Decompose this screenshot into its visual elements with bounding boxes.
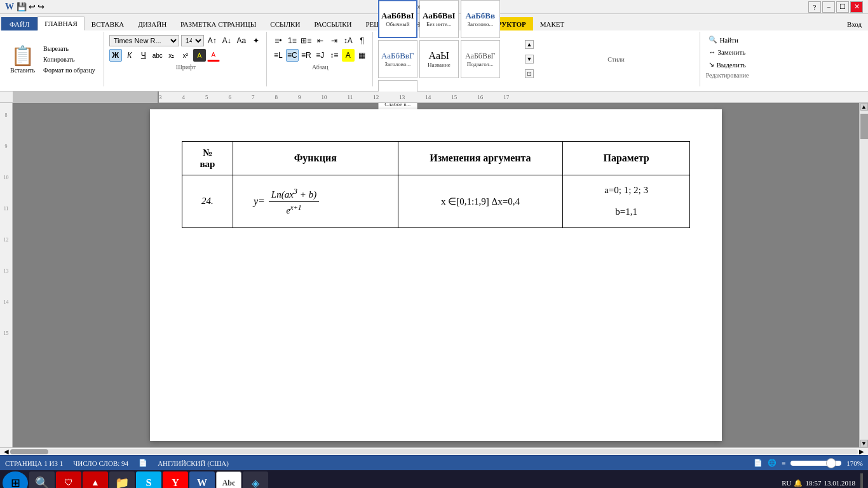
styles-group: АаБбВвI Обычный АаБбВвI Без инте... АаБб… [374, 32, 701, 86]
copy-button[interactable]: Копировать [40, 55, 98, 64]
restore-button[interactable]: ☐ [836, 1, 849, 13]
zoom-slider[interactable] [790, 461, 841, 466]
styles-scroll-down[interactable]: ▼ [525, 55, 534, 64]
taskbar-skype[interactable]: S [136, 471, 161, 488]
tab-maket[interactable]: МАКЕТ [533, 17, 572, 30]
minimize-button[interactable]: − [822, 1, 835, 13]
styles-scroll-up[interactable]: ▲ [525, 40, 534, 49]
replace-button[interactable]: ↔ Заменить [705, 47, 749, 57]
document-canvas[interactable]: № вар Функция Изменения аргумента Параме… [13, 103, 859, 447]
scroll-left-button[interactable]: ◀ [3, 448, 10, 455]
signin-button[interactable]: Вход [841, 18, 868, 30]
scroll-thumb-h[interactable] [10, 449, 48, 454]
style-heading1[interactable]: АаБбВв Заголово... [461, 0, 500, 38]
taskbar-abbyy[interactable]: Abc [216, 471, 241, 488]
taskbar-word[interactable]: W [189, 471, 215, 488]
superscript-button[interactable]: x² [179, 49, 192, 62]
taskbar-app10[interactable]: ◈ [243, 471, 268, 488]
borders-button[interactable]: ▦ [356, 49, 369, 62]
help-button[interactable]: ? [808, 1, 821, 13]
show-desktop-button[interactable] [860, 473, 863, 488]
zoom-level: 170% [846, 459, 863, 467]
align-center-button[interactable]: ≡C [286, 49, 299, 62]
clear-format-button[interactable]: ✦ [250, 34, 262, 47]
notification-area: 🔔 [794, 479, 803, 487]
taskbar-yandex[interactable]: Y [163, 471, 188, 488]
line-spacing-button[interactable]: ↕≡ [328, 49, 341, 62]
tab-layout[interactable]: РАЗМЕТКА СТРАНИЦЫ [173, 17, 263, 30]
style-subtitle[interactable]: АаБбВвГ Подзагол... [461, 40, 500, 78]
param-line2: b=1,1 [571, 207, 682, 217]
font-color-button[interactable]: A [207, 49, 220, 62]
clipboard-group: 📋 Вставить Вырезать Копировать Формат по… [3, 32, 104, 86]
increase-size-button[interactable]: A↑ [206, 34, 219, 47]
bullets-button[interactable]: ≡• [272, 34, 285, 47]
scroll-up-button[interactable]: ▲ [860, 103, 868, 111]
numbering-button[interactable]: 1≡ [286, 34, 299, 47]
italic-button[interactable]: К [123, 49, 136, 62]
scroll-down-button[interactable]: ▼ [860, 440, 868, 447]
start-button[interactable]: ⊞ [3, 471, 28, 488]
taskbar-antivirus[interactable]: 🛡 [56, 471, 81, 488]
case-button[interactable]: Aa [235, 34, 248, 47]
paste-button[interactable]: 📋 Вставить [8, 42, 37, 76]
replace-label: Заменить [717, 48, 745, 56]
tab-design[interactable]: ДИЗАЙН [131, 17, 173, 30]
view-web-icon[interactable]: 🌐 [768, 459, 776, 467]
strikethrough-button[interactable]: abc [151, 49, 164, 62]
decrease-indent-button[interactable]: ⇤ [314, 34, 327, 47]
clipboard-small-buttons: Вырезать Копировать Формат по образцу [40, 44, 98, 75]
paragraph-group-label: Абзац [272, 64, 369, 71]
style-heading2[interactable]: АаБбВвГ Заголово... [378, 40, 417, 78]
font-family-select[interactable]: Times New R... [109, 35, 179, 46]
table-header-row: № вар Функция Изменения аргумента Параме… [182, 142, 690, 175]
styles-expand[interactable]: ⊡ [525, 69, 534, 78]
find-button[interactable]: 🔍 Найти [705, 34, 749, 45]
view-outline-icon[interactable]: ≡ [782, 459, 785, 467]
sort-button[interactable]: ↕A [342, 34, 355, 47]
view-print-icon[interactable]: 📄 [754, 459, 763, 467]
format-painter-button[interactable]: Формат по образцу [40, 65, 98, 75]
style-normal[interactable]: АаБбВвI Обычный [378, 0, 417, 38]
font-size-select[interactable]: 14 [181, 35, 204, 46]
style-no-spacing[interactable]: АаБбВвI Без инте... [419, 0, 459, 38]
scroll-right-button[interactable]: ▶ [858, 448, 865, 455]
font-row1: Times New R... 14 A↑ A↓ Aa ✦ [109, 34, 262, 47]
select-label: Выделить [716, 61, 745, 69]
row-number: 24. [182, 175, 233, 228]
tab-insert[interactable]: ВСТАВКА [85, 17, 131, 30]
select-button[interactable]: ↘ Выделить [705, 59, 749, 70]
taskbar-search[interactable]: 🔍 [29, 471, 55, 488]
increase-indent-button[interactable]: ⇥ [328, 34, 341, 47]
align-left-button[interactable]: ≡L [272, 49, 285, 62]
undo-icon[interactable]: ↩ [29, 2, 36, 12]
bold-button[interactable]: Ж [109, 49, 122, 62]
close-button[interactable]: ✕ [850, 1, 863, 13]
taskbar-filemanager[interactable]: 📁 [109, 471, 135, 488]
vertical-scrollbar[interactable]: ▲ ▼ [859, 103, 868, 447]
scroll-thumb[interactable] [860, 114, 868, 139]
show-marks-button[interactable]: ¶ [356, 34, 369, 47]
tab-mailings[interactable]: РАССЫЛКИ [307, 17, 358, 30]
tab-references[interactable]: ССЫЛКИ [263, 17, 307, 30]
multilevel-button[interactable]: ⊞≡ [300, 34, 313, 47]
zoom-thumb[interactable] [826, 458, 836, 468]
style-title[interactable]: АаЫ Название [419, 40, 459, 78]
decrease-size-button[interactable]: A↓ [220, 34, 233, 47]
quick-access-toolbar: 💾 ↩ ↪ [17, 2, 44, 12]
shading-button[interactable]: A [342, 49, 355, 62]
subscript-button[interactable]: x₂ [165, 49, 178, 62]
row-parameter: a=0; 1; 2; 3 b=1,1 [563, 175, 690, 228]
tab-file[interactable]: ФАЙЛ [1, 17, 37, 30]
cut-button[interactable]: Вырезать [40, 44, 98, 53]
justify-button[interactable]: ≡J [314, 49, 327, 62]
save-icon[interactable]: 💾 [17, 2, 27, 12]
denominator: ex+1 [284, 202, 304, 216]
tab-home[interactable]: ГЛАВНАЯ [37, 17, 85, 30]
underline-button[interactable]: Ч [137, 49, 150, 62]
taskbar-autocad[interactable]: ▲ [83, 471, 108, 488]
align-right-button[interactable]: ≡R [300, 49, 313, 62]
redo-icon[interactable]: ↪ [37, 2, 44, 12]
status-bar: СТРАНИЦА 1 ИЗ 1 ЧИСЛО СЛОВ: 94 📄 АНГЛИЙС… [0, 455, 868, 470]
highlight-button[interactable]: A [193, 49, 206, 62]
